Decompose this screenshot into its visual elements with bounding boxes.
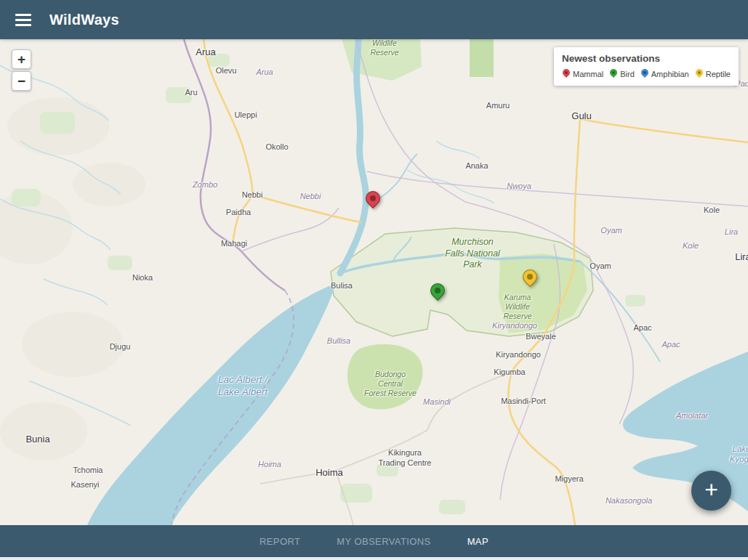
legend-item-amphibian: Amphibian bbox=[640, 68, 689, 79]
legend-item-label: Mammal bbox=[573, 70, 603, 78]
app-bar: WildWays bbox=[0, 0, 748, 39]
legend-item-label: Amphibian bbox=[651, 70, 689, 78]
app-title: WildWays bbox=[49, 12, 119, 28]
legend-item-mammal: Mammal bbox=[562, 68, 603, 79]
legend-item-bird: Bird bbox=[609, 68, 635, 79]
menu-icon[interactable] bbox=[14, 11, 33, 29]
legend-item-label: Reptile bbox=[706, 70, 731, 78]
legend-item-reptile: Reptile bbox=[695, 68, 731, 79]
map-marker-reptile[interactable] bbox=[521, 268, 539, 288]
footer-strip bbox=[0, 557, 748, 560]
map-marker-bird[interactable] bbox=[429, 282, 446, 301]
zoom-control: + − bbox=[12, 49, 31, 91]
tab-my-observations[interactable]: MY OBSERVATIONS bbox=[335, 532, 432, 551]
legend-card: Newest observations MammalBirdAmphibianR… bbox=[554, 47, 739, 86]
bottom-navigation: REPORT MY OBSERVATIONS MAP bbox=[0, 525, 748, 557]
reptile-pin-icon bbox=[695, 68, 704, 79]
legend-items: MammalBirdAmphibianReptile bbox=[562, 68, 731, 79]
tab-report[interactable]: REPORT bbox=[258, 532, 302, 551]
legend-item-label: Bird bbox=[620, 70, 635, 78]
zoom-out-button[interactable]: − bbox=[12, 71, 31, 91]
map-view[interactable]: AruaOlevuAruaAruUleppiOkolloZomboNebbiNe… bbox=[0, 39, 748, 525]
bird-pin-icon bbox=[609, 68, 618, 79]
map-marker-mammal[interactable] bbox=[364, 190, 382, 209]
wildways-app: WildWays bbox=[0, 0, 748, 560]
map-marker-layer bbox=[0, 39, 748, 525]
amphibian-pin-icon bbox=[640, 68, 649, 79]
zoom-in-button[interactable]: + bbox=[12, 49, 31, 69]
mammal-pin-icon bbox=[562, 68, 571, 79]
legend-title: Newest observations bbox=[562, 53, 731, 64]
tab-map[interactable]: MAP bbox=[466, 532, 490, 551]
add-observation-fab[interactable]: + bbox=[691, 471, 731, 511]
